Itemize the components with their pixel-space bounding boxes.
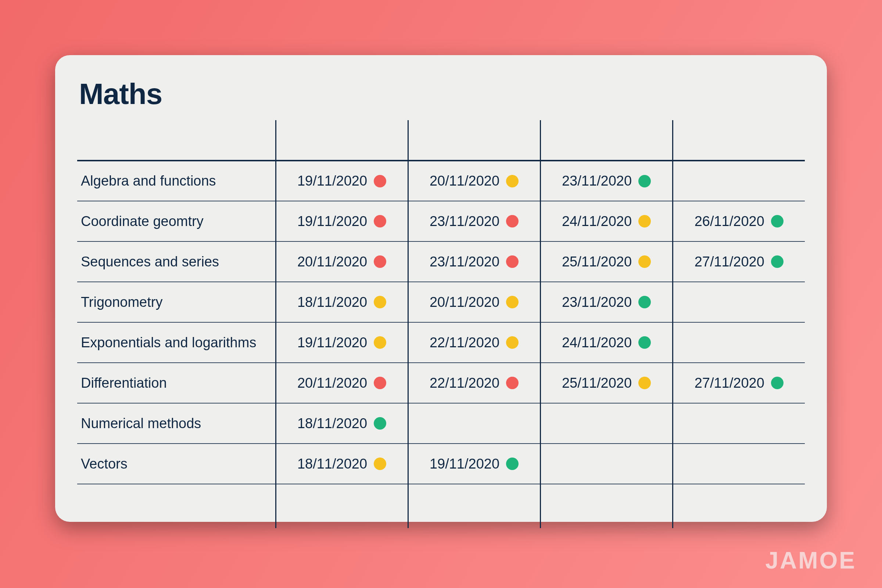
entry-cell: 20/11/2020	[276, 242, 408, 282]
entry: 25/11/2020	[541, 363, 672, 403]
entry: 19/11/2020	[276, 201, 408, 241]
header-rule	[77, 120, 805, 160]
entry-cell: 20/11/2020	[276, 363, 408, 403]
topic-cell: Algebra and functions	[77, 160, 276, 201]
entry-date: 22/11/2020	[430, 335, 500, 351]
entry-date: 26/11/2020	[694, 213, 764, 230]
red-status-dot-icon	[506, 376, 519, 389]
entry-cell: 19/11/2020	[276, 201, 408, 242]
entry-cell	[540, 444, 672, 484]
entry: 23/11/2020	[409, 201, 540, 241]
entry-cell: 23/11/2020	[540, 160, 672, 201]
entry-date: 24/11/2020	[562, 213, 632, 230]
entry-date: 18/11/2020	[297, 456, 367, 472]
entry-date: 19/11/2020	[297, 335, 367, 351]
red-status-dot-icon	[374, 255, 386, 268]
entry-date: 25/11/2020	[562, 254, 632, 270]
entry: 27/11/2020	[673, 242, 805, 282]
entry-cell: 18/11/2020	[276, 403, 408, 444]
table-row: Algebra and functions19/11/202020/11/202…	[77, 160, 805, 201]
entry-cell: 18/11/2020	[276, 282, 408, 322]
entry-date: 27/11/2020	[694, 375, 764, 391]
yellow-status-dot-icon	[374, 336, 386, 349]
entry-cell: 23/11/2020	[408, 201, 540, 242]
entry-cell: 23/11/2020	[408, 242, 540, 282]
entry-cell: 18/11/2020	[276, 444, 408, 484]
topic-cell: Numerical methods	[77, 403, 276, 444]
yellow-status-dot-icon	[374, 296, 386, 308]
entry: 23/11/2020	[541, 161, 672, 201]
table-row: Coordinate geomtry19/11/202023/11/202024…	[77, 201, 805, 242]
entry: 20/11/2020	[276, 242, 408, 282]
red-status-dot-icon	[506, 255, 519, 268]
entry: 18/11/2020	[276, 282, 408, 322]
entry: 18/11/2020	[276, 404, 408, 443]
entry-cell: 26/11/2020	[672, 201, 805, 242]
entry-date: 23/11/2020	[430, 254, 500, 270]
entry-date: 18/11/2020	[297, 416, 367, 432]
yellow-status-dot-icon	[638, 215, 651, 228]
entry-date: 20/11/2020	[430, 173, 500, 189]
entry-cell	[672, 444, 805, 484]
topic-cell: Coordinate geomtry	[77, 201, 276, 242]
entry-date: 20/11/2020	[297, 375, 367, 391]
entry: 25/11/2020	[541, 242, 672, 282]
entry: 23/11/2020	[409, 242, 540, 282]
entry-date: 22/11/2020	[430, 375, 500, 391]
red-status-dot-icon	[374, 215, 386, 228]
entry-cell: 19/11/2020	[408, 444, 540, 484]
table-row: Sequences and series20/11/202023/11/2020…	[77, 242, 805, 282]
entry-date: 23/11/2020	[562, 173, 632, 189]
entry-date: 23/11/2020	[562, 294, 632, 310]
entry-date: 20/11/2020	[297, 254, 367, 270]
entry-cell: 19/11/2020	[276, 322, 408, 363]
entry: 27/11/2020	[673, 363, 805, 403]
yellow-status-dot-icon	[638, 255, 651, 268]
table-row: Trigonometry18/11/202020/11/202023/11/20…	[77, 282, 805, 322]
yellow-status-dot-icon	[638, 376, 651, 389]
green-status-dot-icon	[506, 458, 519, 470]
green-status-dot-icon	[638, 296, 651, 308]
entry: 19/11/2020	[276, 322, 408, 362]
card-title: Maths	[79, 77, 805, 111]
entry-cell: 23/11/2020	[540, 282, 672, 322]
table-row: Vectors18/11/202019/11/2020	[77, 444, 805, 484]
entry-cell: 25/11/2020	[540, 363, 672, 403]
table-row: Differentiation20/11/202022/11/202025/11…	[77, 363, 805, 403]
entry-cell: 22/11/2020	[408, 322, 540, 363]
entry-cell: 22/11/2020	[408, 363, 540, 403]
entry-cell: 24/11/2020	[540, 322, 672, 363]
entry: 19/11/2020	[409, 444, 540, 484]
entry-date: 20/11/2020	[430, 294, 500, 310]
entry-cell: 24/11/2020	[540, 201, 672, 242]
entry: 26/11/2020	[673, 201, 805, 241]
entry: 20/11/2020	[276, 363, 408, 403]
entry: 24/11/2020	[541, 201, 672, 241]
yellow-status-dot-icon	[506, 175, 519, 188]
entry: 24/11/2020	[541, 322, 672, 362]
entry-cell: 25/11/2020	[540, 242, 672, 282]
yellow-status-dot-icon	[506, 336, 519, 349]
entry-cell	[672, 160, 805, 201]
yellow-status-dot-icon	[374, 458, 386, 470]
table-row: Exponentials and logarithms19/11/202022/…	[77, 322, 805, 363]
green-status-dot-icon	[374, 417, 386, 430]
entry-cell	[540, 403, 672, 444]
entry-date: 23/11/2020	[430, 213, 500, 230]
entry-date: 19/11/2020	[297, 173, 367, 189]
entry-date: 19/11/2020	[430, 456, 500, 472]
entry-date: 19/11/2020	[297, 213, 367, 230]
entry: 22/11/2020	[409, 322, 540, 362]
entry-date: 24/11/2020	[562, 335, 632, 351]
green-status-dot-icon	[771, 255, 783, 268]
entry-date: 25/11/2020	[562, 375, 632, 391]
entry-date: 27/11/2020	[694, 254, 764, 270]
green-status-dot-icon	[638, 175, 651, 188]
progress-table: Algebra and functions19/11/202020/11/202…	[77, 120, 805, 528]
entry-date: 18/11/2020	[297, 294, 367, 310]
red-status-dot-icon	[374, 175, 386, 188]
topic-cell: Trigonometry	[77, 282, 276, 322]
entry-cell: 20/11/2020	[408, 282, 540, 322]
entry-cell: 19/11/2020	[276, 160, 408, 201]
topic-cell: Differentiation	[77, 363, 276, 403]
